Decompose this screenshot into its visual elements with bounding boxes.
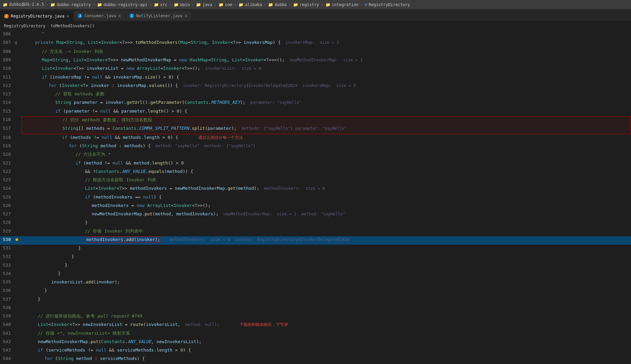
table-row: 538 bbox=[0, 304, 631, 313]
table-row: 519 for (String method : methods) { meth… bbox=[0, 143, 631, 151]
table-row: 530 methodInvokers.add(invoker); methodI… bbox=[0, 236, 631, 245]
table-row: 511 if (invokersMap != null && invokersM… bbox=[0, 74, 631, 82]
interface-file-icon: I bbox=[130, 13, 134, 18]
title-project: 📁 dubbo源码-2.6.5 bbox=[3, 2, 44, 7]
breadcrumb-method[interactable]: toMethodInvokers() bbox=[51, 24, 94, 28]
table-row: 532 } bbox=[0, 253, 631, 262]
table-row: 536 } bbox=[0, 287, 631, 296]
table-row: 510 List<Invoker<T>> invokersList = new … bbox=[0, 65, 631, 73]
table-row: 514 String parameter = invoker.getUrl().… bbox=[0, 99, 631, 108]
table-row: 508 // 方法名 -> Invoker 列表 bbox=[0, 48, 631, 57]
table-row: 527 newMethodInvokerMap.put(method, meth… bbox=[0, 211, 631, 219]
folder-icon: 📁 bbox=[293, 2, 298, 7]
table-row: 512 for (Invoker<T> invoker : invokersMa… bbox=[0, 82, 631, 91]
java-file-icon: J bbox=[78, 13, 82, 18]
title-bar: 📁 dubbo源码-2.6.5 › 📁 dubbo-registry › 📁 d… bbox=[0, 0, 631, 9]
table-row: 535 invokersList.add(invoker); bbox=[0, 279, 631, 287]
table-row: 534 } bbox=[0, 270, 631, 279]
folder-icon: 📁 bbox=[238, 2, 243, 7]
java-file-icon: J bbox=[4, 14, 9, 19]
table-row: 506 ^ bbox=[0, 31, 631, 39]
table-row: 541 // 存储 <*, newInvokersList> 映射关系 bbox=[0, 330, 631, 338]
app-container: 📁 dubbo源码-2.6.5 › 📁 dubbo-registry › 📁 d… bbox=[0, 0, 631, 364]
tab-notify-listener[interactable]: I NotifyListener.java × bbox=[125, 11, 192, 21]
table-row: 539 // 进行服务级别路由, 参考 pull request #749 bbox=[0, 313, 631, 321]
folder-icon: 📁 bbox=[325, 2, 331, 7]
table-row: 518 if (methods != null && methods.lengt… bbox=[0, 134, 631, 143]
table-row: 526 methodInvokers = new ArrayList<Invok… bbox=[0, 202, 631, 211]
breadcrumb: RegistryDirectory › toMethodInvokers() bbox=[0, 21, 631, 31]
table-row: 528 } bbox=[0, 219, 631, 228]
folder-icon: 📁 bbox=[174, 2, 179, 7]
table-row: 542 newMethodInvokerMap.put(Constants.AN… bbox=[0, 338, 631, 347]
table-row: 543 if (serviceMethods != null && servic… bbox=[0, 347, 631, 355]
table-row: 525 if (methodInvokers == null) { bbox=[0, 194, 631, 202]
folder-icon: 📁 bbox=[196, 2, 201, 7]
tab-close-button[interactable]: × bbox=[66, 13, 69, 19]
table-row: 529 // 存储 Invoker 到列表中 bbox=[0, 228, 631, 236]
table-row: 513 // 获取 methods 参数 bbox=[0, 91, 631, 99]
breakpoint-dot bbox=[16, 238, 18, 241]
table-row: 509 Map<String, List<Invoker<T>>> newMet… bbox=[0, 57, 631, 65]
code-lines: 506 ^ 507 @ private Map<String, List<Inv… bbox=[0, 31, 631, 364]
tab-close-button[interactable]: × bbox=[118, 13, 121, 19]
folder-icon: 📁 bbox=[219, 2, 224, 7]
folder-icon: 📁 bbox=[3, 2, 8, 7]
table-row: 507 @ private Map<String, List<Invoker<T… bbox=[0, 39, 631, 48]
table-row: 521 if (method != null && method.length(… bbox=[0, 160, 631, 168]
table-row: 516 // 切分 methods 参数值, 得到方法名数组 bbox=[0, 116, 631, 125]
tab-close-button[interactable]: × bbox=[184, 13, 187, 19]
table-row: 515 if (parameter != null && parameter.l… bbox=[0, 108, 631, 116]
class-icon: © bbox=[365, 2, 367, 7]
tab-bar: J RegistryDirectory.java × J Consumer.ja… bbox=[0, 9, 631, 21]
table-row: 524 List<Invoker<T>> methodInvokers = ne… bbox=[0, 185, 631, 193]
tab-label: Consumer.java bbox=[84, 13, 116, 18]
tab-registry-directory[interactable]: J RegistryDirectory.java × bbox=[0, 11, 74, 21]
table-row: 531 } bbox=[0, 245, 631, 253]
tab-label: RegistryDirectory.java bbox=[11, 14, 64, 19]
tab-consumer[interactable]: J Consumer.java × bbox=[74, 11, 125, 21]
folder-icon: 📁 bbox=[268, 2, 273, 7]
table-row: 537 } bbox=[0, 296, 631, 304]
table-row: 544 for (String method : serviceMethods)… bbox=[0, 355, 631, 364]
folder-icon: 📁 bbox=[50, 2, 55, 7]
table-row: 517 String[] methods = Constants.COMMA_S… bbox=[0, 125, 631, 134]
table-row: 540 List<Invoker<T>> newInvokersList = r… bbox=[0, 321, 631, 330]
table-row: 520 // 方法名不为 * bbox=[0, 151, 631, 159]
table-row: 533 } bbox=[0, 262, 631, 270]
folder-icon: 📁 bbox=[154, 2, 159, 7]
breadcrumb-class[interactable]: RegistryDirectory bbox=[4, 24, 46, 28]
table-row: 522 && !Constants.ANY_VALUE.equals(metho… bbox=[0, 168, 631, 177]
code-editor[interactable]: 506 ^ 507 @ private Map<String, List<Inv… bbox=[0, 31, 631, 364]
table-row: 523 // 根据方法名获取 Invoker 列表 bbox=[0, 177, 631, 185]
tab-label: NotifyListener.java bbox=[136, 13, 182, 18]
folder-icon: 📁 bbox=[97, 2, 102, 7]
